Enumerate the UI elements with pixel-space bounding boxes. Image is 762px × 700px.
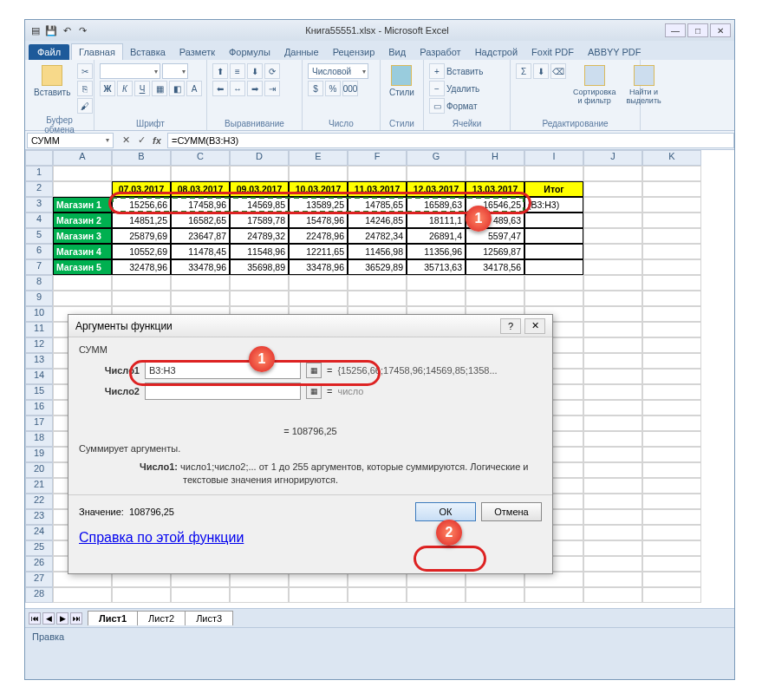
cell[interactable] <box>642 369 701 384</box>
tab-abbyy[interactable]: ABBYY PDF <box>581 44 648 60</box>
cell[interactable]: 36529,89 <box>348 259 407 275</box>
cell[interactable] <box>583 478 642 494</box>
save-icon[interactable]: 💾 <box>44 23 58 37</box>
maximize-button[interactable]: □ <box>687 23 708 37</box>
cell[interactable] <box>642 213 701 228</box>
cell[interactable] <box>583 540 642 556</box>
cell[interactable] <box>230 166 289 181</box>
cell[interactable] <box>642 337 701 353</box>
cell[interactable]: Магазин 3 <box>53 228 112 244</box>
cell[interactable] <box>524 259 583 275</box>
cell[interactable] <box>642 494 701 509</box>
cell[interactable]: 15256,66 <box>112 197 171 213</box>
cell[interactable] <box>583 322 642 337</box>
col-head-E[interactable]: E <box>289 150 348 166</box>
insert-cells[interactable]: +Вставить <box>429 63 483 79</box>
align-right-icon[interactable]: ➡ <box>247 81 263 96</box>
cell[interactable] <box>642 228 701 244</box>
cell[interactable] <box>407 166 466 181</box>
cell[interactable]: 32478,96 <box>112 259 171 275</box>
dialog-help-button[interactable]: ? <box>500 318 521 334</box>
font-combo[interactable] <box>100 63 160 79</box>
cell[interactable] <box>642 275 701 291</box>
cell[interactable] <box>53 587 112 603</box>
col-head-D[interactable]: D <box>230 150 289 166</box>
row-head-26[interactable]: 26 <box>25 556 53 572</box>
tab-data[interactable]: Данные <box>277 44 326 60</box>
cell[interactable] <box>348 291 407 306</box>
orient-icon[interactable]: ⟳ <box>264 63 280 79</box>
cell[interactable] <box>112 166 171 181</box>
row-head-20[interactable]: 20 <box>25 462 53 478</box>
cell[interactable] <box>53 166 112 181</box>
cell[interactable]: 11456,98 <box>348 244 407 259</box>
number-format-combo[interactable]: Числовой <box>308 63 368 79</box>
row-head-23[interactable]: 23 <box>25 509 53 525</box>
cell[interactable] <box>583 494 642 509</box>
cell[interactable]: 24789,32 <box>230 228 289 244</box>
cell[interactable] <box>583 166 642 181</box>
cell[interactable] <box>642 322 701 337</box>
row-head-6[interactable]: 6 <box>25 244 53 259</box>
cell[interactable]: 14851,25 <box>112 213 171 228</box>
brush-icon[interactable]: 🖌 <box>77 98 93 114</box>
border-icon[interactable]: ▦ <box>152 81 167 96</box>
cell[interactable] <box>642 540 701 556</box>
row-head-28[interactable]: 28 <box>25 587 53 603</box>
cell[interactable] <box>466 291 524 306</box>
arg2-ref-button[interactable]: ▦ <box>306 383 322 399</box>
dialog-close-button[interactable]: ✕ <box>524 318 545 334</box>
accept-formula-icon[interactable]: ✓ <box>134 134 148 147</box>
cell[interactable] <box>642 415 701 431</box>
paste-button[interactable]: Вставить <box>30 63 74 99</box>
cell[interactable]: Итог <box>524 181 583 197</box>
cell[interactable] <box>642 291 701 306</box>
tab-insert[interactable]: Вставка <box>123 44 173 60</box>
row-head-7[interactable]: 7 <box>25 259 53 275</box>
cell[interactable] <box>642 525 701 540</box>
cell[interactable]: 11356,96 <box>407 244 466 259</box>
dialog-titlebar[interactable]: Аргументы функции ? ✕ <box>68 315 552 337</box>
autosum-icon[interactable]: Σ <box>516 63 531 79</box>
cell[interactable]: Магазин 2 <box>53 213 112 228</box>
row-head-13[interactable]: 13 <box>25 353 53 369</box>
ok-button[interactable]: ОК <box>415 502 476 521</box>
cell[interactable]: 10552,69 <box>112 244 171 259</box>
cell[interactable] <box>583 587 642 603</box>
cell[interactable]: 08.03.2017 <box>171 181 230 197</box>
cell[interactable]: 14785,65 <box>348 197 407 213</box>
row-head-17[interactable]: 17 <box>25 415 53 431</box>
cell[interactable]: 12.03.2017 <box>407 181 466 197</box>
cell[interactable] <box>524 166 583 181</box>
align-left-icon[interactable]: ⬅ <box>212 81 228 96</box>
cell[interactable] <box>583 353 642 369</box>
tab-layout[interactable]: Разметк <box>173 44 222 60</box>
cell[interactable] <box>348 275 407 291</box>
align-center-icon[interactable]: ↔ <box>230 81 245 96</box>
cell[interactable]: 14246,85 <box>348 213 407 228</box>
cell[interactable]: 12569,87 <box>466 244 524 259</box>
cell[interactable] <box>583 400 642 415</box>
cell[interactable] <box>524 275 583 291</box>
cell[interactable] <box>407 291 466 306</box>
cell[interactable]: 35698,89 <box>230 259 289 275</box>
cell[interactable] <box>53 275 112 291</box>
cell[interactable] <box>466 275 524 291</box>
cell[interactable] <box>230 587 289 603</box>
row-head-25[interactable]: 25 <box>25 540 53 556</box>
col-head-J[interactable]: J <box>583 150 642 166</box>
row-head-8[interactable]: 8 <box>25 275 53 291</box>
delete-cells[interactable]: −Удалить <box>429 81 483 96</box>
underline-icon[interactable]: Ч <box>134 81 150 96</box>
cell[interactable] <box>642 259 701 275</box>
file-tab[interactable]: Файл <box>29 44 69 60</box>
find-button[interactable]: Найти и выделить <box>622 63 664 107</box>
row-head-10[interactable]: 10 <box>25 306 53 322</box>
cell[interactable] <box>230 291 289 306</box>
cell[interactable]: 13.03.2017 <box>466 181 524 197</box>
row-head-24[interactable]: 24 <box>25 525 53 540</box>
cell[interactable] <box>583 213 642 228</box>
cell[interactable] <box>642 572 701 587</box>
cell[interactable] <box>289 275 348 291</box>
cell[interactable]: 18111,1 <box>407 213 466 228</box>
